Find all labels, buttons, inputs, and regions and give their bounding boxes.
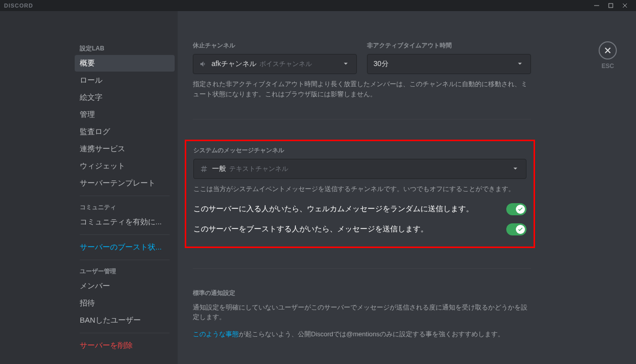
- system-channel-label: システムのメッセージチャンネル: [193, 146, 526, 155]
- window-minimize-button[interactable]: [590, 0, 604, 11]
- sidebar-item-audit-log[interactable]: 監査ログ: [75, 124, 175, 140]
- sidebar-item-enable-community[interactable]: コミュニティを有効に...: [75, 214, 175, 230]
- sidebar-header-user-management: ユーザー管理: [75, 264, 175, 278]
- close-icon: [604, 46, 612, 54]
- sidebar-item-server-template[interactable]: サーバーテンプレート: [75, 175, 175, 192]
- afk-channel-subtext: ボイスチャンネル: [259, 59, 312, 69]
- divider: [193, 119, 531, 119]
- sidebar-item-members[interactable]: メンバー: [75, 278, 175, 294]
- esc-label: ESC: [602, 63, 614, 70]
- sidebar-item-moderation[interactable]: 管理: [75, 106, 175, 123]
- sidebar-item-widget[interactable]: ウィジェット: [75, 158, 175, 174]
- sidebar-header-community: コミュニティ: [75, 200, 175, 214]
- svg-rect-0: [609, 4, 613, 8]
- settings-sidebar: 設定LAB 概要 ロール 絵文字 管理 監査ログ 連携サービス ウィジェット サ…: [68, 11, 178, 364]
- chevron-down-icon: [341, 59, 350, 70]
- afk-description: 指定された非アクティブタイムアウト時間より長く放置したメンバーは、このチャンネル…: [193, 79, 531, 99]
- sidebar-item-integrations[interactable]: 連携サービス: [75, 141, 175, 157]
- notif-label: 標準の通知設定: [193, 289, 531, 297]
- minimize-icon: [594, 3, 600, 9]
- sidebar-separator: [80, 196, 170, 196]
- close-settings-button[interactable]: ESC: [599, 41, 617, 70]
- boost-toggle-label: このサーバーをブーストする人がいたら、メッセージを送信します。: [193, 224, 428, 234]
- welcome-toggle[interactable]: [506, 203, 526, 215]
- system-channel-value: 一般: [212, 164, 226, 173]
- settings-content-region: ESC 休止チャンネル afkチャンネル ボイスチャンネル: [178, 11, 636, 364]
- sidebar-item-delete-server[interactable]: サーバーを削除: [75, 337, 175, 354]
- notif-warning-link[interactable]: このような事態: [193, 330, 239, 338]
- system-messages-highlight: システムのメッセージチャンネル 一般 テキストチャンネル ここは当方がシステムイ…: [185, 140, 535, 248]
- sidebar-separator: [80, 234, 170, 235]
- app-wordmark: DISCORD: [4, 3, 33, 9]
- speaker-icon: [199, 60, 207, 68]
- hash-icon: [200, 165, 208, 173]
- sidebar-separator: [80, 260, 170, 260]
- maximize-icon: [608, 3, 614, 9]
- window-close-button[interactable]: [618, 0, 632, 11]
- afk-channel-label: 休止チャンネル: [193, 41, 357, 50]
- notif-description: 通知設定を明確にしていないユーザーがこのサーバーでメッセージが送信される度に通知…: [193, 302, 531, 322]
- sidebar-item-bans[interactable]: BANしたユーザー: [75, 312, 175, 329]
- afk-timeout-select[interactable]: 30分: [367, 54, 531, 74]
- sidebar-separator: [80, 333, 170, 333]
- sidebar-item-roles[interactable]: ロール: [75, 72, 175, 89]
- boost-toggle[interactable]: [506, 223, 526, 235]
- afk-row: 休止チャンネル afkチャンネル ボイスチャンネル 非アクティブタイムアウト時間: [193, 41, 531, 74]
- chevron-down-icon: [515, 59, 524, 70]
- afk-timeout-value: 30分: [374, 59, 389, 69]
- afk-channel-select[interactable]: afkチャンネル ボイスチャンネル: [193, 54, 357, 74]
- window-maximize-button[interactable]: [604, 0, 618, 11]
- boost-toggle-row: このサーバーをブーストする人がいたら、メッセージを送信します。: [193, 219, 526, 239]
- sidebar-item-invites[interactable]: 招待: [75, 295, 175, 312]
- sidebar-item-server-boost[interactable]: サーバーのブースト状...: [75, 239, 175, 256]
- notif-warning-rest: が起こらないよう、公開Discordでは@mentionsのみに設定する事を強く…: [239, 330, 504, 338]
- window-titlebar: DISCORD: [0, 0, 636, 11]
- system-channel-select[interactable]: 一般 テキストチャンネル: [193, 159, 526, 179]
- sidebar-header-settings-lab: 設定LAB: [75, 41, 175, 55]
- welcome-toggle-label: このサーバーに入る人がいたら、ウェルカムメッセージをランダムに送信します。: [193, 204, 473, 214]
- welcome-toggle-row: このサーバーに入る人がいたら、ウェルカムメッセージをランダムに送信します。: [193, 199, 526, 219]
- close-icon: [622, 3, 628, 9]
- settings-sidebar-region: 設定LAB 概要 ロール 絵文字 管理 監査ログ 連携サービス ウィジェット サ…: [0, 11, 178, 364]
- system-channel-subtext: テキストチャンネル: [229, 164, 288, 173]
- chevron-down-icon: [511, 164, 520, 174]
- divider: [193, 268, 531, 269]
- sidebar-item-overview[interactable]: 概要: [75, 55, 175, 72]
- notification-section: 標準の通知設定 通知設定を明確にしていないユーザーがこのサーバーでメッセージが送…: [193, 289, 531, 339]
- notif-warning: このような事態が起こらないよう、公開Discordでは@mentionsのみに設…: [193, 329, 531, 339]
- afk-channel-value: afkチャンネル: [211, 59, 256, 69]
- sidebar-item-emoji[interactable]: 絵文字: [75, 89, 175, 106]
- system-channel-description: ここは当方がシステムイベントメッセージを送信するチャンネルです。いつでもオフにす…: [193, 184, 526, 194]
- afk-timeout-label: 非アクティブタイムアウト時間: [367, 41, 531, 50]
